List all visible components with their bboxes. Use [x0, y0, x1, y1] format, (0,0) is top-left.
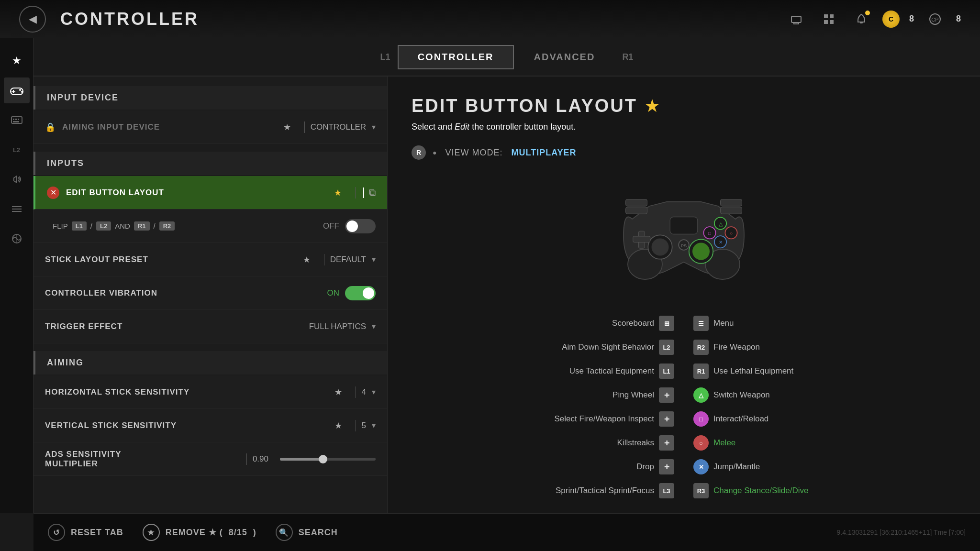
cp-icon[interactable]: CP: [924, 8, 947, 31]
remove-count: 8/15: [229, 528, 247, 538]
svg-rect-16: [15, 119, 17, 120]
tabs-bar: L1 CONTROLLER ADVANCED R1: [33, 38, 980, 77]
circle-btn: ○: [693, 435, 709, 451]
vibration-label: CONTROLLER VIBRATION: [45, 288, 186, 298]
edit-button-layout-row[interactable]: ✕ EDIT BUTTON LAYOUT ★ ⧉: [33, 176, 387, 209]
ads-slider-thumb: [319, 455, 327, 463]
sidebar-item-keybinds[interactable]: [4, 107, 30, 133]
vertical-sensitivity-row[interactable]: VERTICAL STICK SENSITIVITY ★ 5 ▾: [33, 409, 387, 442]
flip-toggle[interactable]: [345, 219, 376, 233]
sidebar-item-controller[interactable]: [4, 77, 30, 103]
vertical-star: ★: [334, 420, 342, 431]
svg-text:✕: ✕: [719, 240, 723, 245]
ads-sensitivity-row[interactable]: ADS SENSITIVITY MULTIPLIER 0.90: [33, 442, 387, 476]
svg-rect-21: [12, 209, 22, 209]
map-center-8: [674, 480, 693, 501]
sidebar-item-list[interactable]: [4, 196, 30, 222]
svg-rect-45: [626, 199, 647, 206]
tab-controller[interactable]: CONTROLLER: [398, 45, 514, 69]
svg-rect-11: [11, 91, 15, 92]
grid-icon[interactable]: [817, 8, 840, 31]
horizontal-sensitivity-label: HORIZONTAL STICK SENSITIVITY: [45, 387, 327, 397]
interact-label: Interact/Reload: [713, 414, 768, 424]
vertical-sensitivity-label: VERTICAL STICK SENSITIVITY: [45, 421, 327, 430]
top-bar: ◀ CONTROLLER C 8 CP 8: [0, 0, 980, 38]
divider5: [356, 420, 356, 431]
divider4: [356, 386, 356, 398]
controller-vibration-row[interactable]: CONTROLLER VIBRATION ON: [33, 276, 387, 310]
close-icon: ✕: [47, 187, 59, 199]
svg-text:○: ○: [730, 231, 733, 236]
r-circle-icon: ●: [433, 149, 436, 156]
coin-icon: C: [882, 11, 900, 28]
reset-tab-button[interactable]: ↺ RESET TAB: [48, 524, 123, 541]
killstreaks-label: Killstreaks: [617, 438, 654, 448]
svg-rect-3: [830, 14, 834, 18]
menu-btn: ☰: [693, 316, 709, 331]
svg-rect-17: [18, 119, 19, 120]
stick-layout-chevron: ▾: [372, 255, 376, 264]
tab-advanced[interactable]: ADVANCED: [514, 45, 615, 69]
divider3: [324, 254, 324, 265]
reset-tab-icon: ↺: [48, 524, 65, 541]
remove-star-icon: ★: [143, 524, 160, 541]
stick-layout-preset-row[interactable]: STICK LAYOUT PRESET ★ DEFAULT ▾: [33, 243, 387, 276]
search-button[interactable]: 🔍 SEARCH: [276, 524, 338, 541]
map-row-select-fire-left: Select Fire/Weapon Inspect ✛: [412, 408, 674, 430]
svg-rect-15: [13, 119, 14, 120]
vertical-value: 5: [362, 421, 366, 430]
trigger-effect-row[interactable]: TRIGGER EFFECT FULL HAPTICS ▾: [33, 310, 387, 343]
controller-svg: △ ○ □ ✕ PS: [598, 179, 770, 294]
view-mode-value: MULTIPLAYER: [512, 148, 577, 158]
sidebar-item-audio[interactable]: [4, 166, 30, 192]
controller-diagram: △ ○ □ ✕ PS: [598, 179, 770, 294]
square-btn: □: [693, 411, 709, 427]
ads-slider-container: 0.90: [253, 454, 376, 464]
trigger-effect-value: FULL HAPTICS: [309, 322, 366, 331]
vibration-knob: [363, 287, 374, 299]
map-center-7: [674, 456, 693, 477]
scoreboard-label: Scoreboard: [612, 319, 654, 328]
tactical-label: Use Tactical Equipment: [569, 366, 654, 376]
dpad-kill-btn: ✛: [659, 435, 674, 451]
device-icon[interactable]: [785, 8, 808, 31]
ads-slider-track[interactable]: [280, 458, 376, 461]
right-panel: EDIT BUTTON LAYOUT ★ Select and Edit the…: [388, 77, 980, 513]
horizontal-sensitivity-row[interactable]: HORIZONTAL STICK SENSITIVITY ★ 4 ▾: [33, 375, 387, 409]
stick-layout-label: STICK LAYOUT PRESET: [45, 255, 295, 264]
map-center-3: [674, 361, 693, 382]
view-mode-row[interactable]: R ● VIEW MODE: MULTIPLAYER: [412, 145, 956, 160]
stance-label: Change Stance/Slide/Dive: [713, 486, 808, 496]
dpad-ping-btn: ✛: [659, 387, 674, 403]
aiming-input-device-row[interactable]: 🔒 AIMING INPUT DEVICE ★ CONTROLLER ▾: [33, 110, 387, 144]
svg-point-13: [21, 91, 23, 93]
dpad-select-btn: ✛: [659, 411, 674, 427]
back-button[interactable]: ◀: [19, 6, 46, 33]
trigger-chevron: ▾: [372, 322, 376, 331]
sidebar-item-small: L2: [4, 137, 30, 163]
drop-label: Drop: [636, 462, 654, 472]
notification-dot: [865, 11, 870, 15]
back-icon: ◀: [29, 13, 37, 25]
l2-btn: L2: [659, 340, 674, 355]
ads-label: Aim Down Sight Behavior: [562, 342, 654, 352]
flip-row[interactable]: FLIP L1 / L2 AND R1 / R2 OFF: [33, 209, 387, 243]
notification-icon[interactable]: [850, 8, 873, 31]
button-map: Scoreboard ⊞ ☰ Menu Aim Down Sight Behav…: [412, 313, 956, 501]
aiming-device-star: ★: [283, 122, 291, 132]
sidebar-item-signal[interactable]: [4, 226, 30, 252]
svg-rect-44: [626, 207, 647, 214]
map-row-sprint-left: Sprint/Tactical Sprint/Focus L3: [412, 480, 674, 501]
ads-value: 0.90: [253, 454, 268, 464]
divider6: [246, 453, 247, 465]
svg-rect-6: [860, 22, 863, 23]
sidebar-item-favorites[interactable]: ★: [4, 48, 30, 74]
toggle-knob: [346, 220, 358, 232]
search-icon: 🔍: [276, 524, 293, 541]
remove-button[interactable]: ★ REMOVE ★ (8/15): [143, 524, 256, 541]
scoreboard-btn: ⊞: [659, 316, 674, 331]
vibration-toggle[interactable]: [345, 286, 376, 300]
bottom-bar: ↺ RESET TAB ★ REMOVE ★ (8/15) 🔍 SEARCH 9…: [33, 513, 980, 551]
stick-layout-value: DEFAULT: [330, 255, 366, 264]
map-row-interact-right: □ Interact/Reload: [693, 408, 956, 430]
